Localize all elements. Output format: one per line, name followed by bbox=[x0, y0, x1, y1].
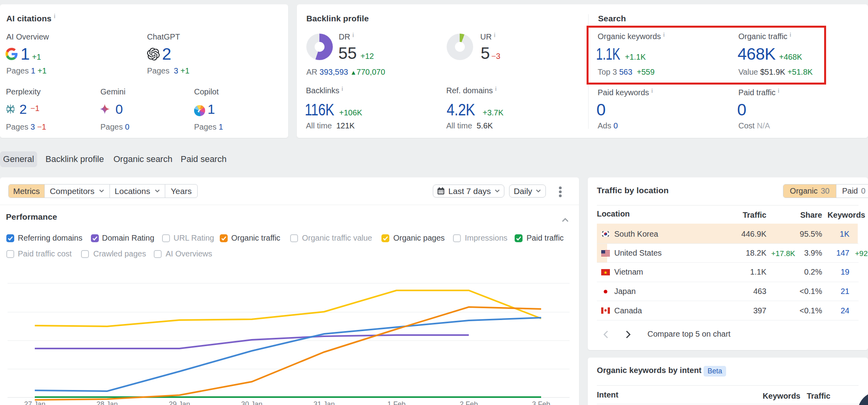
svg-text:27 Jan: 27 Jan bbox=[24, 400, 45, 405]
svg-text:29 Jan: 29 Jan bbox=[169, 400, 190, 405]
svg-text:3 Feb: 3 Feb bbox=[532, 400, 550, 405]
svg-text:31 Jan: 31 Jan bbox=[313, 400, 335, 405]
svg-text:1 Feb: 1 Feb bbox=[387, 400, 406, 405]
svg-text:28 Jan: 28 Jan bbox=[96, 400, 118, 405]
svg-text:30 Jan: 30 Jan bbox=[241, 400, 262, 405]
svg-text:2 Feb: 2 Feb bbox=[460, 400, 478, 405]
